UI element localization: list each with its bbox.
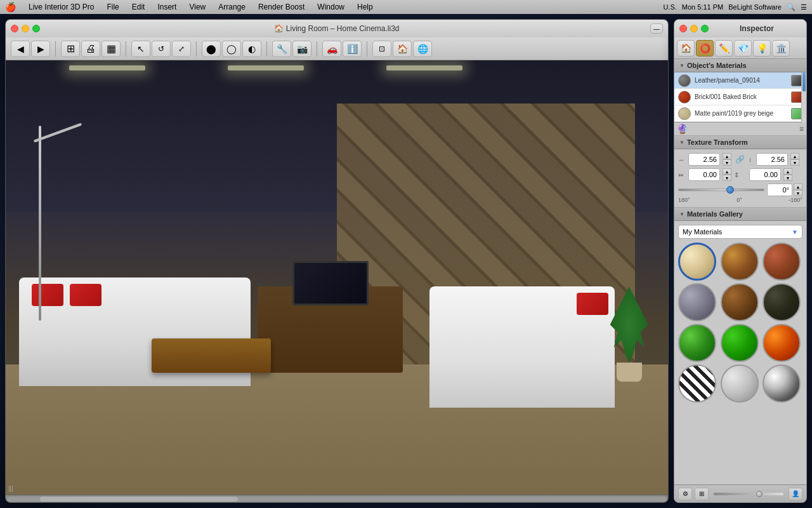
exterior-btn[interactable]: 🌐: [413, 41, 432, 57]
gallery-dropdown-value: My Materials: [683, 228, 722, 236]
ceiling-light-1: [69, 65, 145, 70]
render-btn[interactable]: 🖨: [81, 41, 100, 57]
split-view-btn[interactable]: ⊡: [372, 41, 391, 57]
scale-x-input[interactable]: [688, 153, 720, 166]
search-icon[interactable]: 🔍: [787, 3, 796, 11]
material-item-1[interactable]: Brick/001 Baked Brick: [674, 89, 806, 105]
rotation-thumb[interactable]: [726, 186, 734, 194]
materials-scrollbar[interactable]: [801, 72, 806, 123]
scale-y-stepper[interactable]: ▲ ▼: [790, 153, 799, 166]
insp-slider-thumb[interactable]: [756, 491, 763, 497]
scale-y-up[interactable]: ▲: [790, 153, 799, 159]
maximize-button[interactable]: [32, 25, 40, 32]
offset-x-stepper[interactable]: ▲ ▼: [723, 168, 731, 181]
insp-tab-material[interactable]: ⭕: [696, 40, 714, 57]
plant: [610, 286, 648, 382]
insp-person-btn[interactable]: 👤: [789, 488, 802, 500]
list-options-icon[interactable]: ≡: [799, 124, 804, 133]
rotation-input[interactable]: [767, 184, 792, 196]
close-button[interactable]: [11, 25, 18, 32]
offset-y-stepper[interactable]: ▲ ▼: [783, 168, 792, 181]
menubar-help[interactable]: Help: [355, 3, 376, 11]
info-btn[interactable]: ℹ️: [343, 41, 362, 57]
viewport-scrollbar[interactable]: [6, 495, 668, 502]
3d-btn[interactable]: ▦: [102, 41, 121, 57]
sphere-zebra[interactable]: [678, 364, 716, 403]
texture-transform-body: ↔ ▲ ▼ 🔗 ↕ ▲ ▼ ⇔: [674, 149, 806, 208]
rotation-stepper[interactable]: ▲ ▼: [794, 184, 802, 196]
materials-scrollbar-thumb[interactable]: [802, 72, 806, 91]
sphere-green-bright[interactable]: [721, 324, 759, 362]
ceiling-light-2: [228, 65, 304, 70]
sphere-green-matte[interactable]: [678, 324, 716, 362]
ring-tool[interactable]: ◯: [222, 41, 241, 57]
sphere-chrome[interactable]: [763, 364, 801, 403]
scroll-track[interactable]: [7, 497, 667, 502]
wand-tool[interactable]: 🔧: [272, 41, 291, 57]
scroll-thumb[interactable]: [40, 497, 238, 502]
scale-h-icon: ↔: [678, 156, 686, 163]
inspector-minimize[interactable]: [690, 25, 698, 32]
rotate-tool[interactable]: ↺: [152, 41, 171, 57]
sphere-fire[interactable]: [763, 324, 801, 362]
sphere-cream[interactable]: [678, 243, 716, 281]
home-view-btn[interactable]: 🏠: [393, 41, 412, 57]
insp-tab-scene[interactable]: 🏛️: [772, 40, 790, 57]
move-tool[interactable]: ⤢: [172, 41, 191, 57]
sphere-stone[interactable]: [678, 283, 716, 321]
menu-icon[interactable]: ☰: [801, 3, 807, 11]
floorplan-btn[interactable]: ⊞: [61, 41, 80, 57]
gallery-dropdown[interactable]: My Materials ▼: [678, 225, 802, 239]
wand-icon[interactable]: 🔮: [677, 124, 688, 134]
scale-y-input[interactable]: [756, 153, 788, 166]
offset-x-input[interactable]: [688, 168, 720, 181]
material-item-0[interactable]: Leather/pamela_09014: [674, 72, 806, 89]
offset-x-up[interactable]: ▲: [723, 168, 731, 175]
select-tool[interactable]: ↖: [131, 41, 150, 57]
rotation-up[interactable]: ▲: [794, 184, 802, 190]
camera-tool[interactable]: 📷: [292, 41, 311, 57]
insp-tab-texture[interactable]: 💎: [734, 40, 752, 57]
insp-tab-edit[interactable]: ✏️: [715, 40, 733, 57]
insp-tab-light[interactable]: 💡: [753, 40, 771, 57]
insp-size-slider[interactable]: [714, 490, 783, 498]
viewport[interactable]: |||: [6, 60, 668, 495]
menubar-edit[interactable]: Edit: [129, 3, 148, 11]
sphere-wood-light[interactable]: [721, 243, 759, 281]
menubar-render[interactable]: Render Boost: [256, 3, 307, 11]
scale-y-down[interactable]: ▼: [790, 159, 799, 166]
forward-btn[interactable]: ▶: [31, 41, 50, 57]
offset-y-up[interactable]: ▲: [783, 168, 792, 175]
offset-y-input[interactable]: [749, 168, 781, 181]
menubar-file[interactable]: File: [104, 3, 121, 11]
car-btn[interactable]: 🚗: [322, 41, 341, 57]
back-btn[interactable]: ◀: [11, 41, 30, 57]
material-item-2[interactable]: Matte paint/1019 grey beige: [674, 105, 806, 122]
menubar-app[interactable]: Live Interior 3D Pro: [26, 3, 96, 11]
sphere-tool[interactable]: ⬤: [202, 41, 221, 57]
menubar-view[interactable]: View: [187, 3, 208, 11]
offset-x-down[interactable]: ▼: [723, 175, 731, 181]
rotation-down[interactable]: ▼: [794, 190, 802, 196]
insp-settings-btn[interactable]: ⚙: [678, 488, 692, 500]
inspector-maximize[interactable]: [701, 25, 709, 32]
minimize-button[interactable]: [22, 25, 29, 32]
apple-menu[interactable]: 🍎: [5, 2, 16, 12]
sphere-wood-medium[interactable]: [721, 283, 759, 321]
rotation-slider[interactable]: [678, 185, 764, 195]
menubar-window[interactable]: Window: [315, 3, 347, 11]
menubar-arrange[interactable]: Arrange: [216, 3, 248, 11]
half-ring-tool[interactable]: ◐: [242, 41, 261, 57]
inspector-close[interactable]: [679, 25, 687, 32]
scale-x-stepper[interactable]: ▲ ▼: [723, 153, 731, 166]
sphere-dark[interactable]: [763, 283, 801, 321]
scale-x-down[interactable]: ▼: [723, 159, 731, 166]
insp-grid-btn[interactable]: ⊞: [695, 488, 709, 500]
window-resize-btn[interactable]: —: [650, 23, 663, 34]
menubar-insert[interactable]: Insert: [155, 3, 179, 11]
insp-tab-object[interactable]: 🏠: [677, 40, 695, 57]
scale-x-up[interactable]: ▲: [723, 153, 731, 159]
sphere-spots[interactable]: [721, 364, 759, 403]
sphere-brick[interactable]: [763, 243, 801, 281]
offset-y-down[interactable]: ▼: [783, 175, 792, 181]
